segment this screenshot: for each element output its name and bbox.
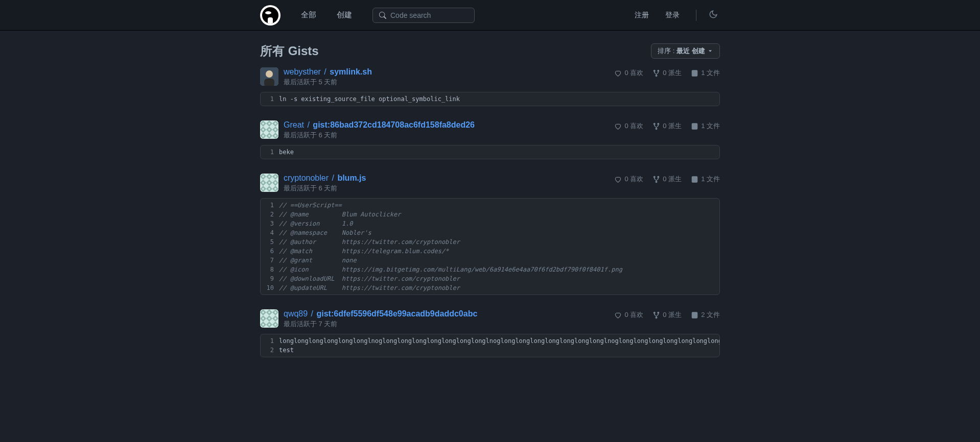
svg-rect-17 (260, 309, 278, 328)
author-link[interactable]: webysther (284, 67, 321, 76)
avatar[interactable] (260, 174, 278, 192)
search-icon (379, 11, 386, 19)
moon-icon (709, 10, 718, 19)
svg-point-4 (658, 70, 659, 71)
search-input[interactable] (390, 11, 468, 19)
sort-button[interactable]: 排序 : 最近 创建 (651, 43, 720, 59)
code-line: 2test (261, 346, 719, 357)
likes-stat[interactable]: 0 喜欢 (614, 121, 643, 131)
main: 所有 Gists 排序 : 最近 创建 webysther / symlink.… (260, 31, 720, 357)
topbar: 全部 创建 注册 登录 (0, 0, 980, 31)
gist-activity: 最后活跃于 6 天前 (284, 184, 609, 193)
files-stat[interactable]: 1 文件 (691, 121, 720, 131)
code-line: 10// @updateURL https://twitter.com/cryp… (261, 283, 719, 294)
chevron-down-icon (707, 48, 713, 54)
svg-point-5 (656, 75, 657, 76)
svg-point-10 (656, 128, 657, 129)
likes-stat[interactable]: 0 喜欢 (614, 310, 643, 320)
page-title: 所有 Gists (260, 43, 319, 59)
code-preview[interactable]: 1longlonglonglonglonglonglnoglonglonglon… (260, 334, 720, 357)
register-link[interactable]: 注册 (628, 7, 655, 24)
likes-stat[interactable]: 0 喜欢 (614, 175, 643, 184)
code-preview[interactable]: 1ln -s existing_source_file optional_sym… (260, 92, 720, 106)
author-link[interactable]: qwq89 (284, 309, 308, 318)
svg-point-1 (266, 70, 273, 78)
svg-point-3 (654, 70, 656, 71)
avatar[interactable] (260, 67, 278, 86)
gist-filename-link[interactable]: blum.js (337, 174, 366, 182)
svg-point-15 (656, 181, 657, 182)
svg-point-13 (654, 176, 656, 178)
gist-item: qwq89 / gist:6dfef5596df548e99acadb9dadd… (260, 309, 720, 357)
gist-stats: 0 喜欢0 派生1 文件 (614, 174, 720, 193)
gist-item: Great / gist:86bad372cd184708ac6fd158fa8… (260, 120, 720, 159)
gist-item: cryptonobler / blum.js最后活跃于 6 天前0 喜欢0 派生… (260, 174, 720, 295)
author-link[interactable]: Great (284, 120, 304, 129)
code-line: 9// @downloadURL https://twitter.com/cry… (261, 274, 719, 283)
code-preview[interactable]: 1beke (260, 145, 720, 159)
avatar[interactable] (260, 309, 278, 328)
gist-title: webysther / symlink.sh (284, 67, 609, 77)
forks-stat[interactable]: 0 派生 (652, 310, 682, 320)
files-stat[interactable]: 2 文件 (691, 310, 720, 320)
gist-filename-link[interactable]: gist:6dfef5596df548e99acadb9daddc0abc (317, 309, 478, 318)
code-line: 1ln -s existing_source_file optional_sym… (261, 92, 719, 106)
code-line: 5// @author https://twitter.com/cryptono… (261, 237, 719, 247)
nav-create[interactable]: 创建 (329, 6, 360, 24)
gist-filename-link[interactable]: gist:86bad372cd184708ac6fd158fa8ded26 (313, 120, 475, 129)
gist-stats: 0 喜欢0 派生2 文件 (614, 309, 720, 329)
sort-label: 排序 : (658, 46, 674, 56)
gist-title: cryptonobler / blum.js (284, 174, 609, 183)
nav-all[interactable]: 全部 (293, 6, 324, 24)
code-line: 6// @match https://telegram.blum.codes/* (261, 247, 719, 256)
svg-point-9 (658, 123, 659, 125)
svg-point-14 (658, 176, 659, 178)
gist-stats: 0 喜欢0 派生1 文件 (614, 120, 720, 140)
code-line: 1// ==UserScript== (261, 199, 719, 210)
svg-rect-2 (264, 79, 274, 86)
gist-list: webysther / symlink.sh最后活跃于 5 天前0 喜欢0 派生… (260, 67, 720, 357)
code-line: 2// @name Blum Autoclicker (261, 210, 719, 219)
logo[interactable] (260, 5, 281, 26)
code-line: 8// @icon https://img.bitgetimg.com/mult… (261, 265, 719, 274)
code-line: 1longlonglonglonglonglonglnoglonglonglon… (261, 334, 719, 346)
svg-point-8 (654, 123, 656, 125)
gist-activity: 最后活跃于 6 天前 (284, 131, 609, 140)
author-link[interactable]: cryptonobler (284, 174, 329, 182)
forks-stat[interactable]: 0 派生 (652, 68, 682, 78)
page-header: 所有 Gists 排序 : 最近 创建 (260, 31, 720, 67)
code-line: 3// @version 1.0 (261, 219, 719, 228)
svg-rect-12 (260, 174, 278, 192)
gist-activity: 最后活跃于 5 天前 (284, 78, 609, 87)
forks-stat[interactable]: 0 派生 (652, 175, 682, 184)
gist-title: qwq89 / gist:6dfef5596df548e99acadb9dadd… (284, 309, 609, 318)
divider (696, 10, 696, 21)
gist-stats: 0 喜欢0 派生1 文件 (614, 67, 720, 87)
gist-activity: 最后活跃于 7 天前 (284, 320, 609, 329)
svg-point-20 (656, 316, 657, 318)
forks-stat[interactable]: 0 派生 (652, 121, 682, 131)
svg-rect-7 (260, 120, 278, 139)
code-line: 7// @grant none (261, 256, 719, 265)
avatar[interactable] (260, 120, 278, 139)
sort-value: 最近 创建 (676, 46, 705, 56)
likes-stat[interactable]: 0 喜欢 (614, 68, 643, 78)
gist-item: webysther / symlink.sh最后活跃于 5 天前0 喜欢0 派生… (260, 67, 720, 106)
code-line: 4// @namespace Nobler's (261, 228, 719, 237)
files-stat[interactable]: 1 文件 (691, 175, 720, 184)
gist-filename-link[interactable]: symlink.sh (330, 67, 372, 76)
code-line: 1beke (261, 145, 719, 159)
search-box[interactable] (372, 8, 475, 23)
svg-point-19 (658, 312, 659, 313)
theme-toggle[interactable] (707, 8, 720, 22)
svg-point-18 (654, 312, 656, 313)
gist-title: Great / gist:86bad372cd184708ac6fd158fa8… (284, 120, 609, 130)
code-preview[interactable]: 1// ==UserScript==2// @name Blum Autocli… (260, 198, 720, 295)
login-link[interactable]: 登录 (659, 7, 686, 24)
files-stat[interactable]: 1 文件 (691, 68, 720, 78)
